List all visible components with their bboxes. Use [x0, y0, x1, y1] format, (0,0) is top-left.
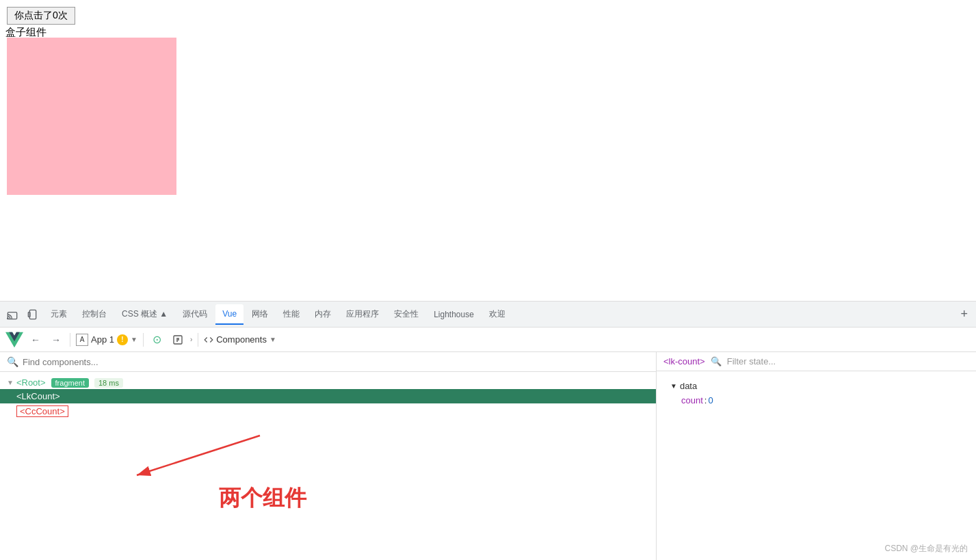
app-icon: A: [76, 334, 88, 346]
route-icon[interactable]: ⊙: [149, 332, 166, 348]
click-button[interactable]: 你点击了0次: [7, 7, 75, 25]
add-tab-button[interactable]: +: [955, 307, 973, 321]
components-label: Components: [216, 334, 267, 345]
count-key: count: [681, 395, 703, 405]
right-panel-wrapper: <lk-count> 🔍 Filter state... ▼ data coun…: [657, 352, 976, 560]
cccount-outlined: <CcCount>: [16, 405, 68, 417]
filter-search-icon: 🔍: [711, 356, 722, 366]
tab-network[interactable]: 网络: [245, 304, 275, 325]
tab-security[interactable]: 安全性: [387, 304, 425, 325]
search-icon: 🔍: [7, 356, 18, 367]
svg-rect-3: [28, 312, 30, 317]
toolbar-separator-2: [143, 333, 144, 347]
devtools-content: 🔍 ▼ <Root> fragment 18 ms <LkCount> <CcC…: [0, 352, 976, 560]
component-tree-panel: 🔍 ▼ <Root> fragment 18 ms <LkCount> <CcC…: [0, 352, 657, 560]
components-selector[interactable]: Components ▼: [204, 334, 276, 345]
search-bar: 🔍: [0, 352, 656, 372]
fragment-badge: fragment: [51, 378, 89, 388]
tab-vue[interactable]: Vue: [215, 304, 243, 325]
tab-application[interactable]: 应用程序: [339, 304, 386, 325]
state-toggle[interactable]: ▼ data: [670, 381, 962, 391]
data-label: data: [680, 381, 697, 391]
svg-rect-2: [29, 310, 36, 319]
cast-icon[interactable]: [3, 305, 22, 324]
app-chevron-icon: ▼: [131, 336, 137, 343]
lkcount-tag: <LkCount>: [16, 391, 60, 401]
count-value: 0: [708, 395, 713, 405]
vue-toolbar: ← → A App 1 ! ▼ ⊙ › Components ▼: [0, 328, 976, 352]
right-panel-header: <lk-count> 🔍 Filter state...: [657, 352, 976, 371]
components-chevron-icon: ▼: [269, 336, 276, 343]
count-colon: :: [704, 395, 707, 405]
search-input[interactable]: [23, 357, 649, 367]
devtools-panel: 元素 控制台 CSS 概述 ▲ 源代码 Vue 网络 性能 内存 应用程序 安全…: [0, 301, 976, 560]
tab-memory[interactable]: 内存: [308, 304, 338, 325]
lkcount-item[interactable]: <LkCount>: [0, 389, 656, 403]
filter-placeholder: Filter state...: [727, 356, 776, 366]
tab-performance[interactable]: 性能: [276, 304, 306, 325]
tab-css[interactable]: CSS 概述 ▲: [115, 304, 174, 325]
tree-collapse-icon[interactable]: ▼: [7, 379, 14, 386]
watermark: CSDN @生命是有光的: [884, 543, 968, 555]
state-arrow-icon: ▼: [670, 382, 677, 390]
annotation-text: 两个组件: [219, 483, 306, 514]
devtools-tab-bar: 元素 控制台 CSS 概述 ▲ 源代码 Vue 网络 性能 内存 应用程序 安全…: [0, 302, 976, 328]
forward-button[interactable]: →: [48, 332, 64, 348]
svg-point-1: [8, 318, 8, 319]
svg-rect-0: [8, 312, 16, 319]
tab-source[interactable]: 源代码: [176, 304, 214, 325]
tab-elements[interactable]: 元素: [44, 304, 74, 325]
inspector-icon[interactable]: [170, 332, 186, 348]
inspector-chevron-icon: ›: [190, 336, 192, 343]
toolbar-separator-3: [198, 333, 198, 347]
vue-logo: [5, 331, 23, 349]
app-area: 你点击了0次 盒子组件: [0, 0, 976, 301]
state-section: ▼ data count : 0: [663, 375, 969, 411]
cccount-item[interactable]: <CcCount>: [0, 403, 656, 419]
count-row: count : 0: [670, 395, 962, 405]
app-selector[interactable]: A App 1 ! ▼: [76, 334, 137, 346]
component-tree: ▼ <Root> fragment 18 ms <LkCount> <CcCou…: [0, 372, 656, 560]
devices-icon[interactable]: [23, 305, 42, 324]
back-button[interactable]: ←: [27, 332, 44, 348]
cccount-tag: <CcCount>: [20, 406, 65, 416]
toolbar-separator: [70, 333, 70, 347]
component-ref-label: <lk-count>: [663, 356, 705, 366]
warn-icon: !: [117, 334, 128, 345]
ms-badge: 18 ms: [94, 378, 123, 388]
tab-lighthouse[interactable]: Lighthouse: [427, 304, 481, 325]
tab-welcome[interactable]: 欢迎: [482, 304, 512, 325]
pink-box: [7, 38, 176, 195]
app-label: App 1: [91, 334, 114, 345]
root-tag[interactable]: <Root>: [16, 377, 46, 388]
tab-console[interactable]: 控制台: [75, 304, 114, 325]
right-panel-content: ▼ data count : 0: [657, 371, 976, 560]
tree-root-row: ▼ <Root> fragment 18 ms: [0, 376, 656, 389]
